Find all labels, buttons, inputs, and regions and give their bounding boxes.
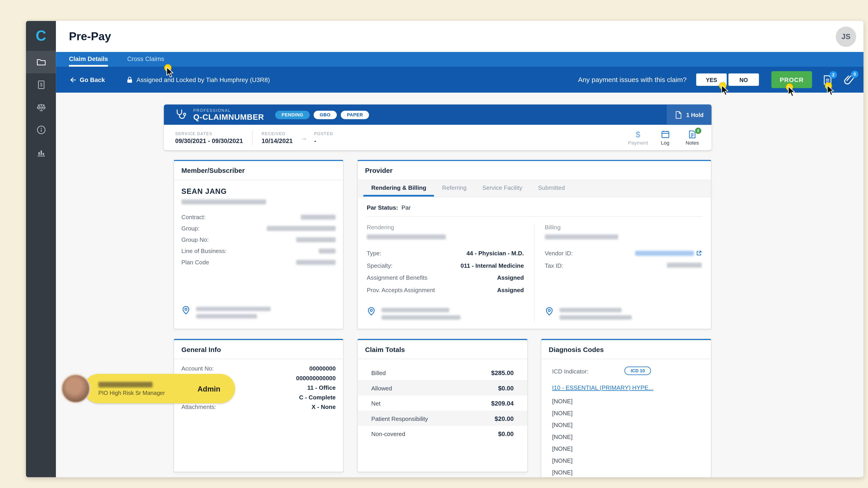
notes-action[interactable]: 0 Notes — [679, 130, 706, 145]
redacted-provider-name — [367, 234, 446, 240]
provider-field-row: Vendor ID: — [545, 250, 702, 257]
log-action[interactable]: Log — [652, 129, 679, 146]
cursor-icon — [166, 67, 174, 78]
attachments-button[interactable]: 0 — [843, 74, 855, 86]
total-row-allowed: Allowed $0.00 — [358, 380, 527, 396]
member-field-row: Contract: — [182, 214, 336, 220]
cursor-icon — [788, 86, 796, 97]
location-pin-icon — [182, 306, 191, 315]
icd10-badge: ICD 10 — [625, 367, 651, 375]
cursor-icon — [827, 85, 835, 96]
redacted-user-name — [98, 382, 153, 387]
arrow-right-icon: → — [301, 133, 307, 141]
redacted-address — [381, 308, 450, 313]
icd-indicator: ICD Indicator: ICD 10 — [552, 367, 700, 375]
tab-bar: Claim Details Cross Claims — [56, 52, 864, 67]
lock-icon — [126, 76, 133, 84]
folder-icon — [36, 57, 46, 67]
diagnosis-code-item: [NONE] — [552, 445, 700, 452]
general-info-row: Account No: 00000000 — [182, 365, 336, 372]
invoice-icon: $ — [36, 80, 46, 90]
hold-button[interactable]: 1 Hold — [667, 105, 711, 125]
redacted-address — [559, 308, 622, 313]
provider-card-title: Provider — [358, 161, 711, 180]
total-row-net: Net $209.04 — [358, 395, 527, 411]
diagnosis-code-item: [NONE] — [552, 398, 700, 404]
redacted-value — [296, 260, 336, 265]
sidebar-item-info[interactable] — [26, 119, 56, 141]
notes-count-badge: 2 — [830, 71, 837, 78]
diagnosis-codes-card: Diagnosis Codes ICD Indicator: ICD 10 I1… — [541, 339, 712, 477]
claim-totals-title: Claim Totals — [358, 340, 527, 359]
total-row-patient-responsibility: Patient Responsibility $20.00 — [358, 411, 527, 426]
go-back-button[interactable]: Go Back — [69, 76, 105, 84]
dollar-icon: $ — [636, 130, 640, 139]
redacted-value — [301, 215, 336, 220]
redacted-value — [296, 237, 336, 242]
sidebar: C $ — [26, 21, 56, 477]
provider-tab-referring[interactable]: Referring — [434, 180, 474, 197]
redacted-value — [319, 248, 336, 254]
action-bar: Go Back Assigned and Locked by Tiah Hump… — [56, 67, 864, 93]
member-card-title: Member/Subscriber — [174, 161, 343, 180]
redacted-vendor-id[interactable] — [635, 251, 694, 256]
no-button[interactable]: NO — [728, 73, 759, 86]
logo-letter: C — [36, 27, 46, 45]
general-info-card: General Info Account No: 00000000 000000… — [174, 339, 344, 472]
tooltip-bubble: PIO High Risk Sr Manager Admin — [84, 374, 235, 403]
redacted-value — [267, 226, 336, 231]
total-row-non-covered: Non-covered $0.00 — [358, 426, 527, 441]
claim-category: PROFESSIONAL — [193, 108, 264, 112]
tab-claim-details[interactable]: Claim Details — [69, 52, 108, 67]
tab-cross-claims[interactable]: Cross Claims — [127, 52, 164, 67]
cursor-icon — [721, 85, 729, 96]
svg-text:$: $ — [39, 82, 42, 88]
rendering-address — [367, 307, 524, 323]
back-arrow-icon — [69, 76, 76, 84]
diagnosis-code-item: [NONE] — [552, 469, 700, 476]
payment-issue-question: Any payment issues with this claim? — [578, 76, 686, 84]
member-subscriber-card: Member/Subscriber SEAN JANG Contract: Gr… — [174, 160, 344, 329]
par-status: Par Status:Par — [367, 204, 702, 217]
lock-status: Assigned and Locked by Tiah Humphrey (U3… — [126, 76, 270, 84]
sidebar-item-claims[interactable] — [26, 51, 56, 73]
sidebar-item-billing[interactable]: $ — [26, 73, 56, 96]
main-area: Pre-Pay JS Claim Details Cross Claims Go… — [56, 21, 864, 477]
provider-tab-service-facility[interactable]: Service Facility — [474, 180, 530, 197]
primary-diagnosis-link[interactable]: I10 - ESSENTIAL (PRIMARY) HYPE... — [552, 384, 700, 391]
user-role: PIO High Risk Sr Manager — [98, 390, 165, 396]
provider-field-row: Assignment of Benefits Assigned — [367, 274, 524, 281]
calendar-icon — [660, 129, 670, 139]
diagnosis-code-item: [NONE] — [552, 410, 700, 416]
info-icon — [36, 125, 46, 135]
provider-tabs: Rendering & Billing Referring Service Fa… — [358, 180, 711, 197]
attachments-count-badge: 0 — [851, 71, 859, 78]
admin-badge: Admin — [197, 384, 220, 393]
claim-header-card: PROFESSIONAL Q-CLAIMNUMBER PENDING GBO P… — [164, 105, 712, 151]
sidebar-item-reports[interactable] — [26, 141, 56, 164]
screen: C $ — [0, 0, 868, 488]
general-info-row: Attachments: X - None — [182, 403, 336, 410]
rendering-label: Rendering — [367, 224, 524, 230]
user-tooltip: PIO High Risk Sr Manager Admin — [61, 374, 235, 403]
provider-tab-submitted[interactable]: Submitted — [530, 180, 573, 197]
app-window: C $ — [26, 21, 864, 477]
app-logo: C — [26, 21, 56, 51]
redacted-provider-name — [545, 234, 618, 240]
diagnosis-code-list: [NONE] [NONE] [NONE] [NONE] [NONE] [NONE… — [552, 398, 700, 477]
payment-action[interactable]: $ Payment — [625, 130, 652, 145]
general-info-title: General Info — [174, 340, 343, 359]
bar-chart-icon — [36, 148, 46, 158]
user-avatar[interactable]: JS — [836, 26, 856, 46]
status-badge-pending: PENDING — [275, 110, 309, 119]
sidebar-item-adjudication[interactable] — [26, 96, 56, 119]
claim-number: Q-CLAIMNUMBER — [193, 112, 264, 121]
hold-document-icon — [675, 110, 682, 119]
diagnosis-codes-title: Diagnosis Codes — [541, 340, 711, 359]
provider-tab-rendering-billing[interactable]: Rendering & Billing — [364, 180, 434, 197]
redacted-tax-id — [667, 263, 702, 268]
claim-header: PROFESSIONAL Q-CLAIMNUMBER PENDING GBO P… — [164, 105, 712, 125]
redacted-member-id — [182, 199, 266, 205]
diagnosis-code-item: [NONE] — [552, 457, 700, 464]
redacted-address — [381, 315, 461, 320]
